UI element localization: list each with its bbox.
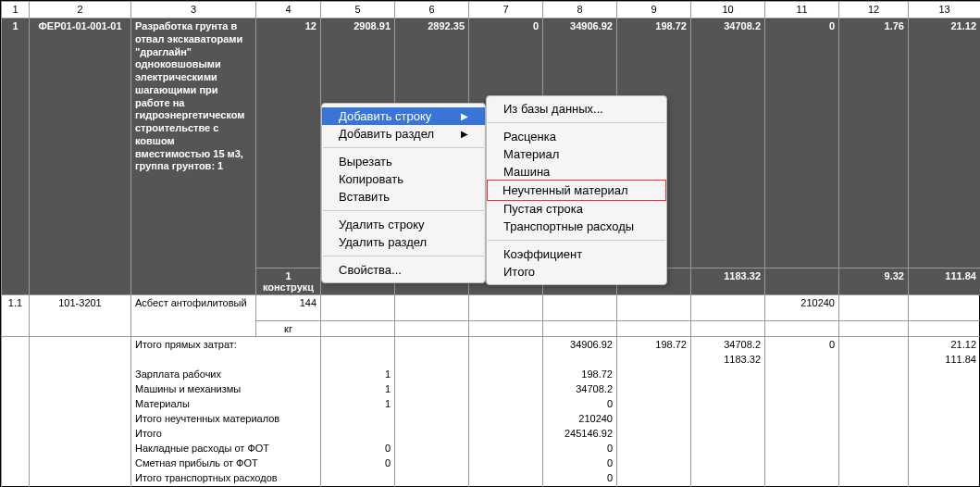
cell[interactable]: 0: [321, 456, 395, 470]
cell[interactable]: [909, 441, 981, 456]
col-header[interactable]: 8: [543, 2, 617, 19]
cell[interactable]: 1183.32: [691, 352, 765, 367]
cell[interactable]: [469, 367, 543, 381]
cell[interactable]: [839, 367, 909, 381]
cell-description[interactable]: Асбест антофилитовый: [131, 295, 256, 337]
cell[interactable]: 1 конструкц: [256, 268, 321, 295]
cell[interactable]: [30, 367, 131, 381]
cell[interactable]: 1: [2, 19, 30, 295]
cell[interactable]: Зарплата рабочих: [131, 367, 321, 381]
cell[interactable]: [30, 352, 131, 367]
menu-item[interactable]: Коэффициент: [487, 245, 666, 263]
cell[interactable]: [617, 426, 691, 441]
cell[interactable]: 1: [321, 396, 395, 411]
cell[interactable]: [691, 321, 765, 337]
cell[interactable]: 21.12: [909, 19, 981, 268]
col-header[interactable]: 9: [617, 2, 691, 19]
cell[interactable]: 210240: [765, 295, 839, 321]
cell[interactable]: [839, 441, 909, 456]
cell[interactable]: [469, 470, 543, 485]
cell[interactable]: [765, 268, 839, 295]
cell[interactable]: [839, 426, 909, 441]
cell[interactable]: 1.1: [2, 295, 30, 337]
cell[interactable]: [30, 426, 131, 441]
menu-item[interactable]: Вставить: [322, 188, 485, 206]
cell[interactable]: [839, 396, 909, 411]
cell[interactable]: [909, 396, 981, 411]
cell[interactable]: [617, 470, 691, 485]
cell[interactable]: [765, 470, 839, 485]
context-submenu[interactable]: Из базы данных...РасценкаМатериалМашинаН…: [486, 95, 667, 285]
cell[interactable]: [765, 321, 839, 337]
cell[interactable]: [469, 381, 543, 396]
summary-row[interactable]: Материалы10: [2, 396, 981, 411]
cell[interactable]: [617, 321, 691, 337]
cell[interactable]: [469, 441, 543, 456]
cell[interactable]: [543, 352, 617, 367]
menu-item[interactable]: Расценка: [487, 128, 666, 145]
cell[interactable]: [321, 470, 395, 485]
summary-row[interactable]: Зарплата рабочих1198.72: [2, 367, 981, 381]
cell[interactable]: [469, 456, 543, 470]
cell[interactable]: Итого неучтенных материалов: [131, 411, 321, 426]
cell[interactable]: 1.76: [839, 19, 909, 268]
cell[interactable]: кг: [256, 321, 321, 337]
cell[interactable]: [691, 367, 765, 381]
cell[interactable]: [395, 441, 469, 456]
cell[interactable]: [30, 470, 131, 485]
menu-item[interactable]: Пустая строка: [487, 200, 666, 218]
cell[interactable]: [617, 367, 691, 381]
cell[interactable]: 0: [543, 470, 617, 485]
cell[interactable]: [617, 352, 691, 367]
cell[interactable]: 101-3201: [30, 295, 131, 337]
cell[interactable]: [30, 411, 131, 426]
cell[interactable]: Итого прямых затрат:: [131, 337, 321, 353]
cell[interactable]: [395, 295, 469, 321]
cell[interactable]: [839, 381, 909, 396]
cell[interactable]: Машины и механизмы: [131, 381, 321, 396]
cell[interactable]: [691, 381, 765, 396]
cell[interactable]: [395, 321, 469, 337]
cell[interactable]: 9.32: [839, 268, 909, 295]
cell[interactable]: [321, 295, 395, 321]
cell[interactable]: [469, 295, 543, 321]
cell[interactable]: 21.12: [909, 337, 981, 353]
cell[interactable]: [395, 367, 469, 381]
menu-item[interactable]: Вырезать: [322, 153, 485, 170]
cell[interactable]: [839, 295, 909, 321]
cell[interactable]: [469, 352, 543, 367]
cell[interactable]: [321, 337, 395, 353]
cell[interactable]: [469, 426, 543, 441]
col-header[interactable]: 5: [321, 2, 395, 19]
menu-item[interactable]: Копировать: [322, 170, 485, 188]
cell[interactable]: [765, 441, 839, 456]
cell[interactable]: [30, 456, 131, 470]
cell[interactable]: [765, 396, 839, 411]
cell[interactable]: [765, 352, 839, 367]
cell[interactable]: [2, 337, 30, 353]
cell[interactable]: [321, 321, 395, 337]
cell[interactable]: [131, 352, 321, 367]
cell[interactable]: [909, 367, 981, 381]
cell[interactable]: [2, 441, 30, 456]
menu-item[interactable]: Добавить строку▶: [322, 107, 485, 125]
col-header[interactable]: 10: [691, 2, 765, 19]
summary-row[interactable]: Итого245146.92: [2, 426, 981, 441]
col-header[interactable]: 7: [469, 2, 543, 19]
col-header[interactable]: 3: [131, 2, 256, 19]
cell[interactable]: Сметная прибыль от ФОТ: [131, 456, 321, 470]
cell[interactable]: Итого: [131, 426, 321, 441]
cell[interactable]: [839, 352, 909, 367]
menu-item[interactable]: Удалить строку: [322, 216, 485, 233]
cell[interactable]: [691, 456, 765, 470]
summary-row[interactable]: Итого прямых затрат:34906.92198.7234708.…: [2, 337, 981, 353]
cell[interactable]: [909, 456, 981, 470]
cell[interactable]: [469, 411, 543, 426]
cell[interactable]: [617, 295, 691, 321]
cell[interactable]: Накладные расходы от ФОТ: [131, 441, 321, 456]
cell[interactable]: [321, 426, 395, 441]
cell[interactable]: [765, 456, 839, 470]
menu-item[interactable]: Свойства...: [322, 261, 485, 279]
cell[interactable]: [395, 396, 469, 411]
cell[interactable]: 0: [765, 337, 839, 353]
